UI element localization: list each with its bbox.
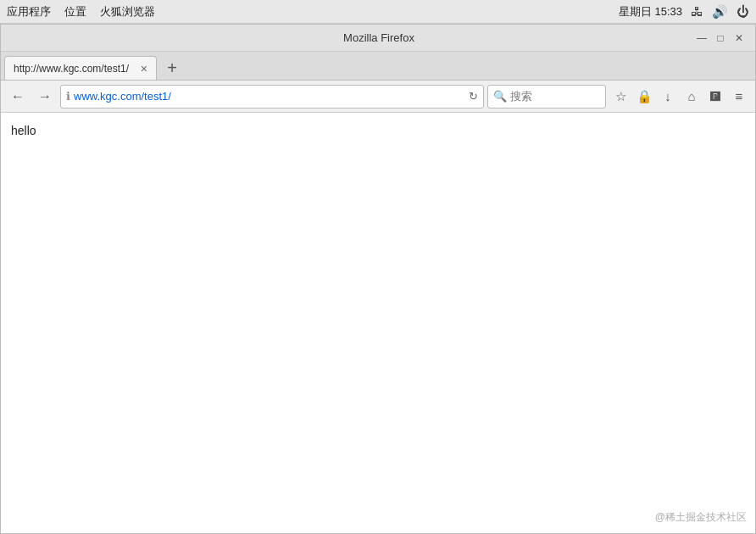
info-icon: ℹ xyxy=(66,90,70,103)
system-taskbar: 应用程序 位置 火狐浏览器 星期日 15:33 🖧 🔊 ⏻ xyxy=(0,0,756,24)
tab-close-button[interactable]: × xyxy=(141,63,147,75)
search-input[interactable] xyxy=(510,90,600,103)
page-text: hello xyxy=(11,124,36,137)
volume-icon: 🔊 xyxy=(712,4,728,19)
taskbar-browser[interactable]: 火狐浏览器 xyxy=(100,4,155,19)
bookmark-icon[interactable]: ☆ xyxy=(609,86,631,108)
nav-icons: ☆ 🔒 ↓ ⌂ 🅿 ≡ xyxy=(609,86,750,108)
taskbar-left: 应用程序 位置 火狐浏览器 xyxy=(7,4,155,19)
window-controls: — □ ✕ xyxy=(696,32,745,44)
minimize-button[interactable]: — xyxy=(696,32,708,44)
nav-bar: ← → ℹ ↻ 🔍 ☆ 🔒 ↓ ⌂ 🅿 ≡ xyxy=(1,81,755,113)
new-tab-button[interactable]: + xyxy=(160,56,184,80)
taskbar-position[interactable]: 位置 xyxy=(64,4,86,19)
taskbar-right: 星期日 15:33 🖧 🔊 ⏻ xyxy=(619,4,749,19)
forward-button[interactable]: → xyxy=(33,85,57,108)
network-icon: 🖧 xyxy=(691,4,703,19)
title-bar: Mozilla Firefox — □ ✕ xyxy=(1,25,755,52)
refresh-icon[interactable]: ↻ xyxy=(469,90,478,103)
home-icon[interactable]: ⌂ xyxy=(681,86,703,108)
tab-label: http://www.kgc.com/test1/ xyxy=(14,63,136,75)
pocket-icon[interactable]: 🅿 xyxy=(704,86,726,108)
window-title: Mozilla Firefox xyxy=(62,31,696,44)
url-bar[interactable]: ℹ ↻ xyxy=(60,85,484,108)
taskbar-time: 星期日 15:33 xyxy=(619,4,682,19)
search-icon: 🔍 xyxy=(493,90,507,103)
taskbar-app[interactable]: 应用程序 xyxy=(7,4,51,19)
watermark: @稀土掘金技术社区 xyxy=(655,510,747,525)
download-icon[interactable]: ↓ xyxy=(657,86,679,108)
close-button[interactable]: ✕ xyxy=(733,32,745,44)
tab-bar: http://www.kgc.com/test1/ × + xyxy=(1,52,755,81)
url-input[interactable] xyxy=(74,90,465,103)
maximize-button[interactable]: □ xyxy=(714,32,726,44)
search-bar[interactable]: 🔍 xyxy=(487,85,606,108)
back-button[interactable]: ← xyxy=(6,85,30,108)
active-tab[interactable]: http://www.kgc.com/test1/ × xyxy=(4,56,157,80)
power-icon[interactable]: ⏻ xyxy=(737,4,749,19)
firefox-window: Mozilla Firefox — □ ✕ http://www.kgc.com… xyxy=(0,24,756,534)
page-content: hello @稀土掘金技术社区 xyxy=(1,113,755,533)
menu-icon[interactable]: ≡ xyxy=(728,86,750,108)
reader-icon[interactable]: 🔒 xyxy=(633,86,655,108)
